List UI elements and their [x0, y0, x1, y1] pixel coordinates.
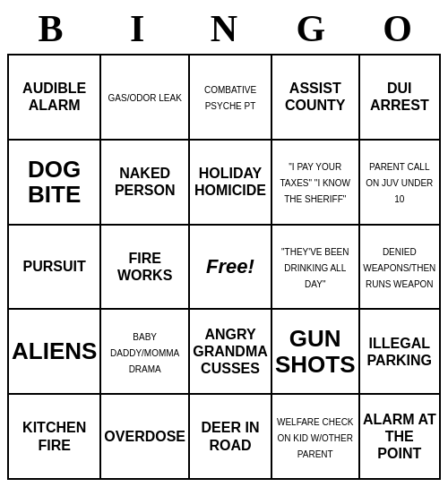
bingo-cell: "THEY'VE BEEN DRINKING ALL DAY": [271, 225, 359, 310]
cell-content: ILLEGAL PARKING: [366, 336, 432, 368]
cell-content: COMBATIVE PSYCHE PT: [204, 85, 256, 111]
bingo-cell: ALIENS: [8, 309, 100, 394]
bingo-cell: DUI ARREST: [359, 55, 440, 140]
cell-content: PARENT CALL ON JUV UNDER 10: [366, 162, 433, 204]
bingo-cell: COMBATIVE PSYCHE PT: [189, 55, 271, 140]
bingo-cell: ILLEGAL PARKING: [359, 309, 440, 394]
cell-content: ANGRY GRANDMA CUSSES: [193, 327, 268, 376]
bingo-letter: G: [267, 7, 354, 50]
bingo-cell: "I PAY YOUR TAXES" "I KNOW THE SHERIFF": [271, 140, 359, 225]
cell-content: HOLIDAY HOMICIDE: [194, 166, 266, 198]
cell-content: "I PAY YOUR TAXES" "I KNOW THE SHERIFF": [280, 162, 350, 204]
cell-content: ALIENS: [12, 337, 97, 364]
bingo-cell: FIRE WORKS: [100, 225, 189, 310]
bingo-cell: ASSIST COUNTY: [271, 55, 359, 140]
bingo-cell: OVERDOSE: [100, 394, 189, 479]
bingo-grid: AUDIBLE ALARMGAS/ODOR LEAKCOMBATIVE PSYC…: [7, 54, 441, 480]
cell-content: FIRE WORKS: [117, 251, 172, 283]
cell-content: DEER IN ROAD: [202, 420, 260, 452]
cell-content: KITCHEN FIRE: [22, 420, 86, 452]
bingo-cell: GAS/ODOR LEAK: [100, 55, 189, 140]
cell-content: BABY DADDY/MOMMA DRAMA: [110, 332, 179, 374]
table-row: AUDIBLE ALARMGAS/ODOR LEAKCOMBATIVE PSYC…: [8, 55, 440, 140]
cell-content: DOG BITE: [28, 156, 81, 209]
cell-content: AUDIBLE ALARM: [22, 81, 86, 113]
cell-content: DUI ARREST: [370, 81, 429, 113]
cell-content: GUN SHOTS: [275, 325, 356, 378]
bingo-title: BINGO: [7, 7, 441, 50]
bingo-cell: NAKED PERSON: [100, 140, 189, 225]
table-row: PURSUITFIRE WORKSFree!"THEY'VE BEEN DRIN…: [8, 225, 440, 310]
bingo-letter: B: [7, 7, 94, 50]
bingo-cell: AUDIBLE ALARM: [8, 55, 100, 140]
cell-content: OVERDOSE: [104, 429, 185, 444]
cell-content: ALARM AT THE POINT: [363, 412, 436, 461]
table-row: ALIENSBABY DADDY/MOMMA DRAMAANGRY GRANDM…: [8, 309, 440, 394]
bingo-letter: I: [94, 7, 181, 50]
bingo-cell: PARENT CALL ON JUV UNDER 10: [359, 140, 440, 225]
bingo-letter: O: [354, 7, 441, 50]
table-row: KITCHEN FIREOVERDOSEDEER IN ROADWELFARE …: [8, 394, 440, 479]
cell-content: Free!: [206, 255, 254, 278]
cell-content: ASSIST COUNTY: [285, 81, 346, 113]
bingo-cell: ALARM AT THE POINT: [359, 394, 440, 479]
bingo-letter: N: [181, 7, 268, 50]
bingo-cell: GUN SHOTS: [271, 309, 359, 394]
bingo-cell: BABY DADDY/MOMMA DRAMA: [100, 309, 189, 394]
bingo-cell: DOG BITE: [8, 140, 100, 225]
cell-content: NAKED PERSON: [115, 166, 176, 198]
cell-content: DENIED WEAPONS/THEN RUNS WEAPON: [363, 247, 435, 289]
bingo-cell: HOLIDAY HOMICIDE: [189, 140, 271, 225]
cell-content: PURSUIT: [23, 259, 86, 274]
bingo-cell: ANGRY GRANDMA CUSSES: [189, 309, 271, 394]
cell-content: "THEY'VE BEEN DRINKING ALL DAY": [281, 247, 349, 289]
bingo-cell: DEER IN ROAD: [189, 394, 271, 479]
bingo-cell: DENIED WEAPONS/THEN RUNS WEAPON: [359, 225, 440, 310]
bingo-cell: Free!: [189, 225, 271, 310]
table-row: DOG BITENAKED PERSONHOLIDAY HOMICIDE"I P…: [8, 140, 440, 225]
cell-content: WELFARE CHECK ON KID W/OTHER PARENT: [277, 417, 354, 459]
bingo-cell: KITCHEN FIRE: [8, 394, 100, 479]
cell-content: GAS/ODOR LEAK: [108, 93, 182, 103]
bingo-cell: WELFARE CHECK ON KID W/OTHER PARENT: [271, 394, 359, 479]
bingo-cell: PURSUIT: [8, 225, 100, 310]
